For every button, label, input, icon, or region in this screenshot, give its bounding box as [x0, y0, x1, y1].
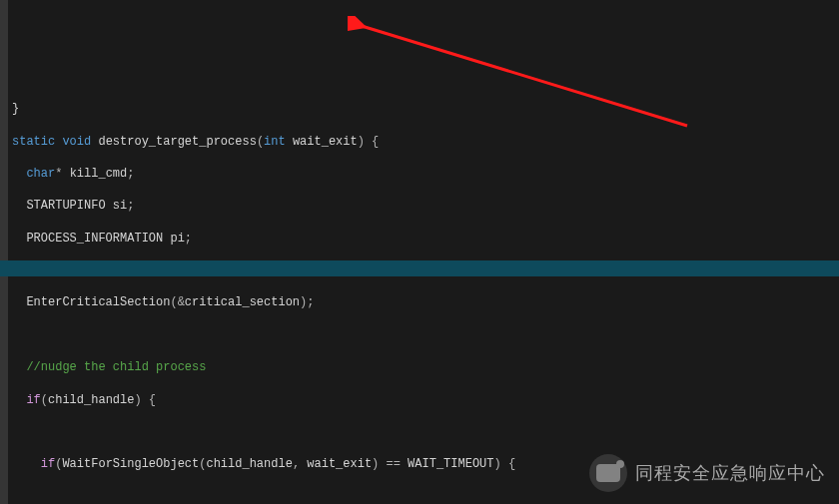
- code-line: [12, 262, 839, 278]
- code-line: }: [12, 101, 839, 117]
- code-area[interactable]: } static void destroy_target_process(int…: [2, 85, 839, 504]
- editor-gutter: [0, 0, 8, 504]
- code-line: static void destroy_target_process(int w…: [12, 134, 839, 150]
- code-line: if(child_handle) {: [12, 392, 839, 408]
- code-line: [12, 327, 839, 343]
- code-line: if(WaitForSingleObject(child_handle, wai…: [12, 456, 839, 472]
- code-line: PROCESS_INFORMATION pi;: [12, 231, 839, 247]
- code-line: EnterCriticalSection(&critical_section);: [12, 294, 839, 310]
- code-line: [12, 489, 839, 504]
- code-editor[interactable]: } static void destroy_target_process(int…: [0, 0, 839, 504]
- code-line: char* kill_cmd;: [12, 166, 839, 182]
- code-line: STARTUPINFO si;: [12, 198, 839, 214]
- code-line: //nudge the child process: [12, 359, 839, 375]
- code-line: [12, 424, 839, 440]
